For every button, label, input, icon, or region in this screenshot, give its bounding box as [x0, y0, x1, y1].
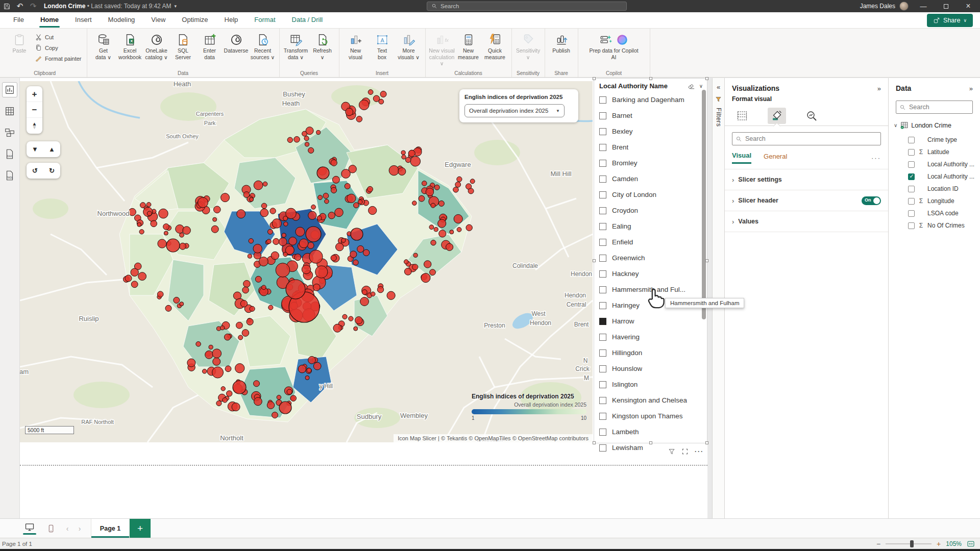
filter-icon[interactable]: [668, 448, 675, 455]
mobile-view-button[interactable]: [41, 519, 61, 538]
title-dropdown-caret[interactable]: ▾: [174, 4, 177, 9]
resize-handle[interactable]: [649, 441, 652, 444]
collapse-pane-icon[interactable]: »: [877, 85, 881, 92]
tab-visual[interactable]: Visual: [732, 152, 751, 164]
more-visuals-button[interactable]: Morevisuals ∨: [396, 31, 422, 68]
save-icon[interactable]: [0, 1, 13, 12]
report-view-button[interactable]: [2, 82, 17, 97]
slicer-item-ealing[interactable]: Ealing: [594, 218, 707, 234]
checkbox-croydon[interactable]: [599, 207, 606, 214]
field-latitude[interactable]: ΣLatitude: [889, 146, 980, 158]
map-visual[interactable]: HeathBusheyHeathCarpentersParkSouth Oxhe…: [20, 81, 593, 442]
resize-handle[interactable]: [593, 441, 596, 444]
get-data-button[interactable]: Getdata ∨: [90, 31, 117, 68]
page-tab[interactable]: Page 1: [91, 519, 130, 538]
slicer-item-islington[interactable]: Islington: [594, 377, 707, 392]
new-measure-button[interactable]: Newmeasure: [455, 31, 482, 68]
new-visual-button[interactable]: Newvisual: [342, 31, 369, 68]
checkbox-havering[interactable]: [599, 334, 606, 341]
refresh-button[interactable]: Refresh∨: [309, 31, 336, 68]
field-local-authority[interactable]: Local Authority ...: [889, 158, 980, 170]
checkbox-barnet[interactable]: [599, 112, 606, 119]
field-checkbox[interactable]: [908, 186, 915, 192]
slicer-item-brent[interactable]: Brent: [594, 139, 707, 155]
slicer-item-hackney[interactable]: Hackney: [594, 266, 707, 282]
field-checkbox[interactable]: [908, 198, 915, 205]
expand-pane-icon[interactable]: «: [717, 83, 720, 91]
slicer-item-barnet[interactable]: Barnet: [594, 108, 707, 123]
field-no-of-crimes[interactable]: ΣNo Of Crimes: [889, 219, 980, 232]
slicer-item-hillingdon[interactable]: Hillingdon: [594, 345, 707, 361]
more-options-icon[interactable]: ···: [695, 448, 704, 455]
slicer-item-camden[interactable]: Camden: [594, 171, 707, 187]
zoom-slider-thumb[interactable]: [910, 540, 914, 547]
checkbox-hillingdon[interactable]: [599, 349, 606, 357]
resize-handle[interactable]: [705, 441, 708, 444]
deprivation-index-dropdown[interactable]: Overall deprivation index 2025▼: [464, 104, 565, 117]
slicer-item-barking-and-dagenham[interactable]: Barking and Dagenham: [594, 92, 707, 108]
resize-handle[interactable]: [705, 77, 708, 80]
filter-funnel-icon[interactable]: [715, 96, 722, 103]
resize-handle[interactable]: [705, 259, 708, 262]
slicer-item-city-of-london[interactable]: City of London: [594, 187, 707, 203]
resize-handle[interactable]: [649, 77, 652, 80]
tab-optimize[interactable]: Optimize: [174, 12, 216, 29]
copy-button[interactable]: Copy: [33, 43, 84, 53]
checkbox-enfield[interactable]: [599, 239, 606, 246]
slicer-item-greenwich[interactable]: Greenwich: [594, 250, 707, 266]
format-visual-tab[interactable]: [768, 108, 786, 124]
table-view-button[interactable]: [2, 104, 17, 119]
close-button[interactable]: ×: [961, 2, 976, 11]
excel-workbook-button[interactable]: XExcelworkbook: [117, 31, 143, 68]
tab-insert[interactable]: Insert: [67, 12, 100, 29]
checkbox-brent[interactable]: [599, 144, 606, 151]
field-checkbox[interactable]: [908, 161, 915, 168]
enter-data-button[interactable]: Enterdata: [197, 31, 223, 68]
data-search-input[interactable]: Search: [896, 101, 973, 114]
zoom-out-button[interactable]: −: [876, 540, 880, 548]
slicer-item-hounslow[interactable]: Hounslow: [594, 361, 707, 377]
slicer-scrollbar[interactable]: [702, 90, 706, 319]
local-authority-slicer[interactable]: Local Authority Name ∨ Barking and Dagen…: [594, 78, 707, 443]
chevron-down-icon[interactable]: ∨: [699, 83, 703, 89]
field-local-authority[interactable]: Local Authority ...: [889, 170, 980, 183]
analytics-tab[interactable]: [802, 108, 821, 124]
table-london-crime[interactable]: ∨ London Crime: [889, 114, 980, 131]
checkbox-hackney[interactable]: [599, 270, 606, 278]
checkbox-barking-and-dagenham[interactable]: [599, 96, 606, 104]
tab-general[interactable]: General: [764, 153, 787, 163]
sql-server-button[interactable]: SQLServer: [170, 31, 197, 68]
add-page-button[interactable]: +: [130, 519, 151, 538]
checkbox-bromley[interactable]: [599, 160, 606, 167]
desktop-view-button[interactable]: [18, 519, 41, 538]
tab-home[interactable]: Home: [32, 12, 67, 29]
tab-help[interactable]: Help: [216, 12, 247, 29]
text-box-button[interactable]: ATextbox: [369, 31, 396, 68]
map-zoom-in-button[interactable]: +: [27, 86, 42, 102]
slicer-item-havering[interactable]: Havering: [594, 329, 707, 345]
publish-button[interactable]: Publish: [548, 31, 575, 68]
tmdl-view-button[interactable]: TMDL: [2, 168, 17, 183]
tab-data-drill[interactable]: Data / Drill: [284, 12, 331, 29]
checkbox-camden[interactable]: [599, 176, 606, 183]
minimize-button[interactable]: —: [916, 3, 931, 10]
global-search-input[interactable]: Search: [427, 2, 627, 11]
restore-button[interactable]: [938, 3, 953, 10]
checkbox-islington[interactable]: [599, 381, 606, 388]
field-location-id[interactable]: Location ID: [889, 183, 980, 195]
tab-view[interactable]: View: [143, 12, 174, 29]
dataverse-button[interactable]: Dataverse: [223, 31, 250, 68]
section-values[interactable]: ›Values: [725, 211, 888, 232]
focus-mode-icon[interactable]: [681, 448, 689, 455]
checkbox-hammersmith-and-ful[interactable]: [599, 286, 606, 293]
checkbox-city-of-london[interactable]: [599, 191, 606, 198]
field-crime-type[interactable]: Crime type: [889, 134, 980, 146]
checkbox-ealing[interactable]: [599, 223, 606, 230]
map-rotate-right-button[interactable]: ↻: [43, 163, 60, 179]
field-lsoa-code[interactable]: LSOA code: [889, 207, 980, 219]
tab-format[interactable]: Format: [246, 12, 283, 29]
cut-button[interactable]: Cut: [33, 32, 84, 42]
section-slicer-settings[interactable]: ›Slicer settings: [725, 169, 888, 190]
recent-sources-button[interactable]: Recentsources ∨: [250, 31, 276, 68]
fit-to-page-icon[interactable]: [967, 540, 975, 548]
